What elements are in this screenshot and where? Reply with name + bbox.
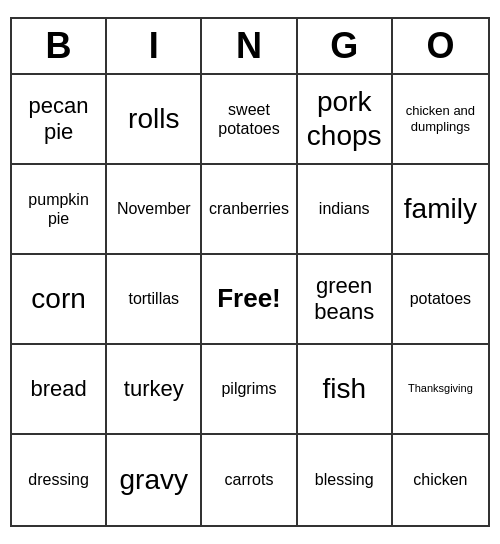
bingo-cell: potatoes (393, 255, 488, 345)
cell-text: rolls (128, 102, 179, 136)
cell-text: cranberries (209, 199, 289, 218)
bingo-cell: sweet potatoes (202, 75, 297, 165)
bingo-cell: chicken (393, 435, 488, 525)
cell-text: Thanksgiving (408, 382, 473, 395)
cell-text: dressing (28, 470, 88, 489)
bingo-cell: turkey (107, 345, 202, 435)
cell-text: potatoes (410, 289, 471, 308)
cell-text: November (117, 199, 191, 218)
cell-text: fish (322, 372, 366, 406)
cell-text: indians (319, 199, 370, 218)
cell-text: tortillas (128, 289, 179, 308)
cell-text: turkey (124, 376, 184, 402)
bingo-cell: gravy (107, 435, 202, 525)
bingo-cell: chicken and dumplings (393, 75, 488, 165)
bingo-grid: pecan pierollssweet potatoespork chopsch… (12, 75, 488, 525)
cell-text: pecan pie (16, 93, 101, 146)
bingo-cell: pumpkin pie (12, 165, 107, 255)
bingo-cell: blessing (298, 435, 393, 525)
bingo-cell: fish (298, 345, 393, 435)
header-letter: O (393, 19, 488, 73)
cell-text: pumpkin pie (16, 190, 101, 228)
cell-text: chicken and dumplings (397, 103, 484, 134)
cell-text: family (404, 192, 477, 226)
cell-text: sweet potatoes (206, 100, 291, 138)
cell-text: bread (30, 376, 86, 402)
bingo-cell: Free! (202, 255, 297, 345)
bingo-cell: dressing (12, 435, 107, 525)
header-letter: B (12, 19, 107, 73)
bingo-cell: green beans (298, 255, 393, 345)
bingo-cell: pork chops (298, 75, 393, 165)
bingo-cell: rolls (107, 75, 202, 165)
cell-text: green beans (302, 273, 387, 326)
bingo-cell: Thanksgiving (393, 345, 488, 435)
bingo-cell: pilgrims (202, 345, 297, 435)
bingo-card: BINGO pecan pierollssweet potatoespork c… (10, 17, 490, 527)
bingo-cell: November (107, 165, 202, 255)
cell-text: gravy (120, 463, 188, 497)
cell-text: Free! (217, 283, 281, 314)
cell-text: carrots (225, 470, 274, 489)
bingo-cell: pecan pie (12, 75, 107, 165)
bingo-header: BINGO (12, 19, 488, 75)
cell-text: chicken (413, 470, 467, 489)
header-letter: I (107, 19, 202, 73)
cell-text: blessing (315, 470, 374, 489)
header-letter: G (298, 19, 393, 73)
cell-text: pilgrims (221, 379, 276, 398)
bingo-cell: family (393, 165, 488, 255)
cell-text: corn (31, 282, 85, 316)
bingo-cell: cranberries (202, 165, 297, 255)
bingo-cell: tortillas (107, 255, 202, 345)
bingo-cell: bread (12, 345, 107, 435)
bingo-cell: carrots (202, 435, 297, 525)
bingo-cell: corn (12, 255, 107, 345)
cell-text: pork chops (302, 85, 387, 152)
header-letter: N (202, 19, 297, 73)
bingo-cell: indians (298, 165, 393, 255)
